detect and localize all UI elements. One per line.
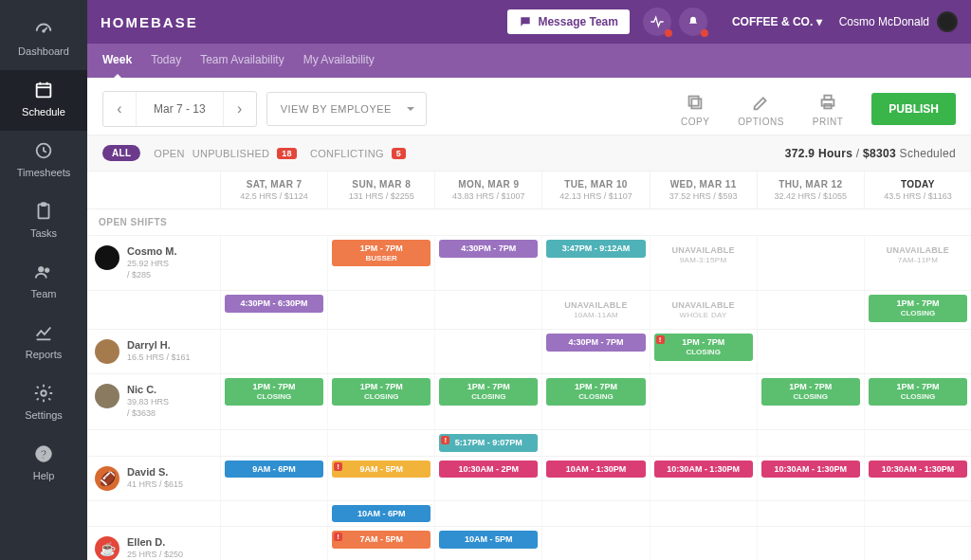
- day-cell[interactable]: 10AM - 1:30PM: [541, 457, 649, 500]
- day-cell[interactable]: 10:30AM - 1:30PM: [757, 457, 864, 500]
- view-mode-select[interactable]: VIEW BY EMPLOYEE: [266, 92, 427, 126]
- day-cell[interactable]: [864, 430, 971, 456]
- next-week-button[interactable]: ›: [224, 92, 256, 126]
- shift-block[interactable]: 1PM - 7PMCLOSING: [332, 378, 431, 405]
- shift-block[interactable]: 1PM - 7PMCLOSING: [869, 378, 967, 405]
- day-cell[interactable]: [757, 291, 864, 329]
- day-cell[interactable]: UNAVAILABLE9AM-3:15PM: [650, 236, 757, 290]
- day-cell[interactable]: 4:30PM - 7PM: [541, 330, 649, 373]
- day-cell[interactable]: [434, 330, 541, 373]
- sidebar-item-help[interactable]: ? Help: [0, 434, 87, 495]
- filter-conflicting[interactable]: CONFLICTING: [310, 148, 384, 159]
- print-button[interactable]: PRINT: [813, 92, 844, 127]
- shift-block[interactable]: 4:30PM - 6:30PM: [225, 295, 323, 313]
- day-cell[interactable]: [757, 330, 864, 373]
- day-cell[interactable]: UNAVAILABLEWHOLE DAY: [650, 291, 757, 329]
- shift-block[interactable]: 1PM - 7PMCLOSING: [439, 378, 538, 405]
- day-cell[interactable]: [650, 501, 757, 527]
- day-cell[interactable]: 1PM - 7PMCLOSING: [757, 374, 864, 428]
- emp-cell[interactable]: ☕Ellen D.25 HRS / $250: [87, 527, 220, 560]
- sidebar-item-timesheets[interactable]: Timesheets: [0, 131, 87, 191]
- day-cell[interactable]: 9AM - 6PM: [220, 457, 327, 500]
- publish-button[interactable]: PUBLISH: [871, 93, 956, 125]
- emp-cell[interactable]: Nic C.39.83 HRS/ $3638: [87, 374, 220, 428]
- sidebar-item-team[interactable]: Team: [0, 252, 87, 313]
- emp-cell[interactable]: [87, 501, 220, 527]
- day-cell[interactable]: UNAVAILABLE10AM-11AM: [541, 291, 649, 329]
- day-cell[interactable]: 1PM - 7PMCLOSING: [864, 291, 971, 329]
- day-cell[interactable]: [220, 527, 327, 560]
- day-cell[interactable]: [541, 527, 649, 560]
- day-cell[interactable]: 1PM - 7PMCLOSING: [864, 374, 971, 428]
- day-cell[interactable]: 10:30AM - 1:30PM: [864, 457, 971, 500]
- day-cell[interactable]: 4:30PM - 6:30PM: [220, 291, 327, 329]
- date-range[interactable]: Mar 7 - 13: [136, 92, 224, 126]
- day-cell[interactable]: [327, 430, 434, 456]
- day-cell[interactable]: UNAVAILABLE7AM-11PM: [864, 236, 971, 290]
- day-header[interactable]: SUN, MAR 8131 HRS / $2255: [327, 172, 434, 208]
- shift-block[interactable]: 1PM - 7PMCLOSING: [225, 378, 323, 405]
- day-header[interactable]: TODAY43.5 HRS / $1163: [864, 172, 971, 208]
- shift-block[interactable]: 9AM - 6PM: [225, 461, 323, 479]
- shift-block[interactable]: 1PM - 7PMCLOSING: [546, 378, 645, 405]
- day-cell[interactable]: [650, 430, 757, 456]
- shift-block[interactable]: 5:17PM - 9:07PM: [439, 434, 538, 452]
- day-cell[interactable]: 1PM - 7PMCLOSING: [220, 374, 327, 428]
- day-cell[interactable]: 1PM - 7PMCLOSING: [327, 374, 434, 428]
- day-cell[interactable]: 5:17PM - 9:07PM: [434, 430, 541, 456]
- shift-block[interactable]: 10:30AM - 1:30PM: [654, 461, 753, 479]
- day-cell[interactable]: [650, 374, 757, 428]
- shift-block[interactable]: 4:30PM - 7PM: [439, 240, 538, 258]
- emp-cell[interactable]: 🏈David S.41 HRS / $615: [87, 457, 220, 500]
- day-cell[interactable]: [220, 236, 327, 290]
- day-cell[interactable]: [864, 501, 971, 527]
- shift-block[interactable]: 4:30PM - 7PM: [546, 334, 645, 352]
- shift-block[interactable]: 10AM - 6PM: [332, 505, 431, 523]
- sidebar-item-reports[interactable]: Reports: [0, 313, 87, 373]
- day-cell[interactable]: [757, 236, 864, 290]
- day-cell[interactable]: [757, 501, 864, 527]
- day-header[interactable]: TUE, MAR 1042.13 HRS / $1107: [541, 172, 649, 208]
- day-cell[interactable]: [220, 330, 327, 373]
- day-cell[interactable]: 4:30PM - 7PM: [434, 236, 541, 290]
- options-button[interactable]: OPTIONS: [738, 92, 784, 127]
- copy-button[interactable]: COPY: [681, 92, 709, 127]
- user-menu[interactable]: Cosmo McDonald: [839, 11, 958, 32]
- activity-icon[interactable]: [643, 8, 671, 36]
- sidebar-item-schedule[interactable]: Schedule: [0, 70, 87, 131]
- day-cell[interactable]: 9AM - 5PM: [327, 457, 434, 500]
- shift-block[interactable]: 1PM - 7PMCLOSING: [761, 378, 860, 405]
- day-cell[interactable]: [434, 501, 541, 527]
- day-cell[interactable]: 1PM - 7PMCLOSING: [434, 374, 541, 428]
- day-cell[interactable]: 1PM - 7PMBUSSER: [327, 236, 434, 290]
- shift-block[interactable]: 10:30AM - 1:30PM: [761, 461, 860, 479]
- notifications-icon[interactable]: [679, 8, 707, 36]
- shift-block[interactable]: 10:30AM - 1:30PM: [869, 461, 967, 479]
- day-cell[interactable]: [757, 430, 864, 456]
- day-cell[interactable]: [757, 527, 864, 560]
- day-header[interactable]: WED, MAR 1137.52 HRS / $593: [650, 172, 757, 208]
- shift-block[interactable]: 10AM - 1:30PM: [546, 461, 645, 479]
- emp-cell[interactable]: Cosmo M.25.92 HRS/ $285: [87, 236, 220, 290]
- location-selector[interactable]: COFFEE & CO. ▾: [732, 15, 822, 28]
- day-cell[interactable]: 3:47PM - 9:12AM: [541, 236, 649, 290]
- sidebar-item-settings[interactable]: Settings: [0, 373, 87, 434]
- sidebar-item-tasks[interactable]: Tasks: [0, 191, 87, 252]
- sidebar-item-dashboard[interactable]: Dashboard: [0, 9, 87, 70]
- shift-block[interactable]: 10AM - 5PM: [439, 531, 538, 549]
- emp-cell[interactable]: [87, 430, 220, 456]
- day-cell[interactable]: [541, 501, 649, 527]
- filter-unpublished[interactable]: UNPUBLISHED: [192, 148, 270, 159]
- day-cell[interactable]: 1PM - 7PMCLOSING: [650, 330, 757, 373]
- message-team-button[interactable]: Message Team: [507, 9, 630, 34]
- day-cell[interactable]: [327, 291, 434, 329]
- prev-week-button[interactable]: ‹: [103, 92, 136, 126]
- day-header[interactable]: MON, MAR 943.83 HRS / $1007: [434, 172, 541, 208]
- day-cell[interactable]: [650, 527, 757, 560]
- shift-block[interactable]: 3:47PM - 9:12AM: [546, 240, 645, 258]
- emp-cell[interactable]: [87, 291, 220, 329]
- filter-open[interactable]: OPEN: [154, 148, 184, 159]
- shift-block[interactable]: 7AM - 5PM: [332, 531, 431, 549]
- day-header[interactable]: SAT, MAR 742.5 HRS / $1124: [220, 172, 327, 208]
- day-cell[interactable]: 10:30AM - 1:30PM: [650, 457, 757, 500]
